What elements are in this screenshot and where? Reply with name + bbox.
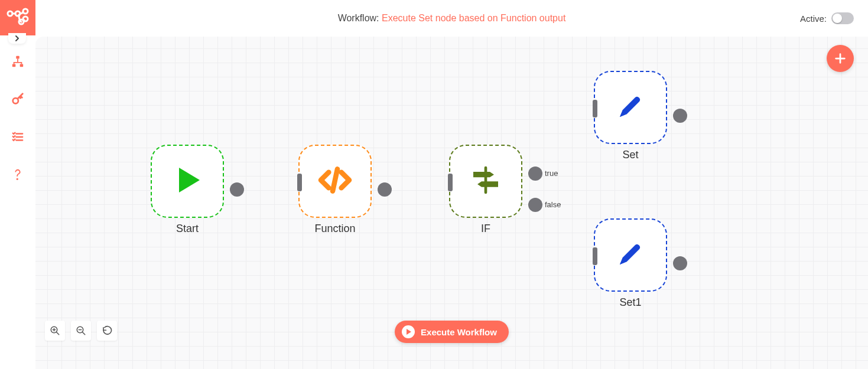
node-label: Set: [594, 149, 667, 161]
workflow-canvas[interactable]: StartFunctiontruefalseIFSetSet1: [35, 37, 868, 369]
header: Workflow: Execute Set node based on Func…: [35, 0, 868, 37]
workflow-title: Workflow: Execute Set node based on Func…: [338, 13, 566, 24]
node-output-port[interactable]: [230, 182, 244, 197]
workflow-title-prefix: Workflow:: [338, 13, 382, 23]
svg-rect-6: [12, 64, 16, 67]
play-circle-icon: [402, 325, 415, 338]
node-set1[interactable]: Set1: [594, 218, 667, 309]
port-label-false: false: [545, 200, 561, 209]
node-output-port[interactable]: [378, 182, 392, 197]
node-output-port[interactable]: [673, 256, 687, 270]
node-box[interactable]: [151, 145, 224, 218]
node-start[interactable]: Start: [151, 145, 224, 235]
zoom-out-button[interactable]: [71, 321, 91, 341]
node-label: Function: [298, 223, 372, 235]
code-icon: [316, 161, 354, 201]
node-output-port[interactable]: [528, 198, 542, 212]
question-icon: [12, 168, 23, 181]
undo-icon: [102, 325, 112, 336]
port-label-true: true: [545, 169, 558, 178]
toggle-knob: [833, 14, 842, 23]
node-label: Start: [151, 223, 224, 235]
node-input-port[interactable]: [593, 247, 597, 265]
list-icon: [11, 130, 24, 143]
active-toggle-wrapper: Active:: [800, 0, 854, 37]
svg-rect-11: [485, 166, 487, 194]
svg-point-2: [23, 9, 28, 14]
node-label: Set1: [594, 296, 667, 309]
execute-workflow-button[interactable]: Execute Workflow: [395, 321, 509, 343]
node-label: IF: [449, 223, 522, 235]
zoom-in-button[interactable]: [45, 321, 65, 341]
node-box[interactable]: [594, 71, 667, 144]
svg-rect-7: [20, 64, 23, 67]
chevron-right-icon: [14, 35, 21, 42]
sidebar-item-executions[interactable]: [9, 129, 26, 145]
node-box[interactable]: [298, 145, 372, 218]
n8n-logo-icon: [6, 6, 30, 30]
sitemap-icon: [11, 55, 24, 68]
svg-point-9: [17, 178, 18, 180]
active-label: Active:: [800, 14, 827, 24]
plus-icon: [834, 52, 847, 65]
sidebar-item-workflows[interactable]: [9, 53, 26, 70]
sidebar-item-help[interactable]: [9, 166, 26, 183]
svg-rect-5: [16, 56, 19, 59]
add-node-button[interactable]: [827, 45, 854, 72]
zoom-in-icon: [50, 325, 60, 336]
node-box[interactable]: [594, 218, 667, 292]
sidebar-expand-toggle[interactable]: [8, 33, 26, 44]
svg-line-10: [333, 169, 337, 191]
node-output-port[interactable]: [673, 109, 687, 123]
workflow-name[interactable]: Execute Set node based on Function outpu…: [382, 13, 565, 23]
node-function[interactable]: Function: [298, 145, 372, 235]
execute-label: Execute Workflow: [421, 327, 497, 337]
pencil-icon: [616, 92, 645, 123]
node-input-port[interactable]: [297, 174, 302, 191]
active-toggle[interactable]: [831, 12, 854, 24]
node-output-port[interactable]: [528, 166, 542, 181]
sidebar-item-credentials[interactable]: [9, 91, 26, 107]
key-icon: [11, 93, 24, 106]
reset-view-button[interactable]: [97, 321, 117, 341]
node-box[interactable]: truefalse: [449, 145, 522, 218]
sidebar: [0, 0, 35, 369]
node-if[interactable]: truefalseIF: [449, 145, 522, 235]
play-solid-icon: [171, 164, 204, 199]
node-set[interactable]: Set: [594, 71, 667, 161]
pencil-icon: [616, 240, 645, 270]
node-input-port[interactable]: [593, 100, 597, 117]
node-input-port[interactable]: [448, 174, 453, 191]
zoom-out-icon: [76, 325, 86, 336]
zoom-controls: [45, 321, 117, 341]
app-logo[interactable]: [0, 0, 35, 35]
edge-layer: [35, 37, 213, 125]
signpost-icon: [469, 164, 502, 199]
sidebar-nav: [0, 53, 35, 183]
